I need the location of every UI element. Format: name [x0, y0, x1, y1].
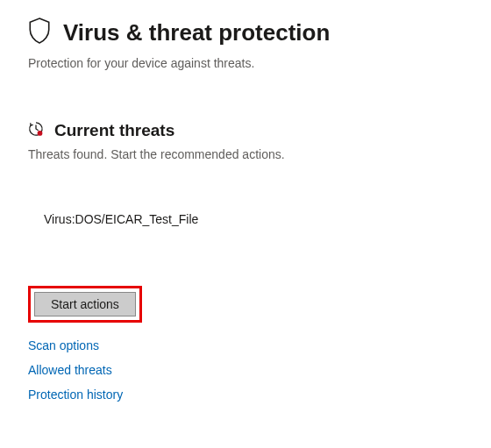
protection-history-link[interactable]: Protection history [28, 388, 123, 402]
highlight-frame: Start actions [28, 286, 142, 323]
shield-icon [28, 18, 51, 47]
scan-options-link[interactable]: Scan options [28, 338, 99, 352]
section-title: Current threats [54, 121, 174, 140]
start-actions-button[interactable]: Start actions [34, 292, 136, 316]
page-header: Virus & threat protection [28, 18, 463, 47]
threat-item[interactable]: Virus:DOS/EICAR_Test_File [44, 212, 463, 226]
svg-point-0 [38, 131, 43, 136]
section-header: Current threats [28, 121, 463, 140]
threat-history-icon [28, 121, 44, 140]
link-list: Scan options Allowed threats Protection … [28, 338, 463, 402]
page-subtitle: Protection for your device against threa… [28, 56, 463, 70]
page-title: Virus & threat protection [63, 19, 330, 46]
section-subtitle: Threats found. Start the recommended act… [28, 147, 463, 161]
allowed-threats-link[interactable]: Allowed threats [28, 363, 112, 377]
